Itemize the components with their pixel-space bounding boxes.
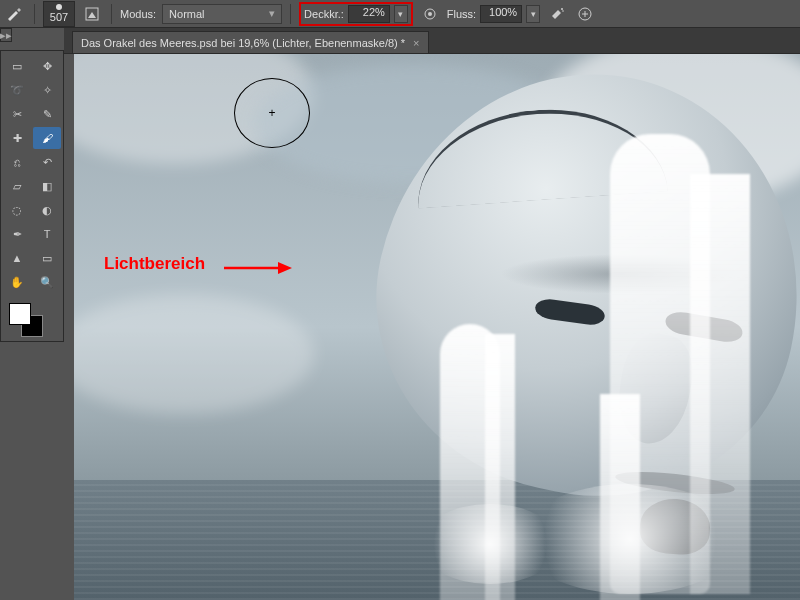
tool-move[interactable]: ✥	[33, 55, 61, 77]
tool-hand[interactable]: ✋	[3, 271, 31, 293]
tool-healing-brush[interactable]: ✚	[3, 127, 31, 149]
annotation-label: Lichtbereich	[104, 254, 205, 274]
tool-dodge[interactable]: ◐	[33, 199, 61, 221]
tool-lasso[interactable]: ➰	[3, 79, 31, 101]
foreground-color-swatch[interactable]	[9, 303, 31, 325]
tool-clone-stamp[interactable]: ⎌	[3, 151, 31, 173]
flow-label: Fluss:	[447, 8, 476, 20]
options-bar: 507 Modus: Normal Deckkr.: 22% ▾ Fluss: …	[0, 0, 800, 28]
airbrush-icon[interactable]	[546, 3, 568, 25]
panel-collapse-toggle[interactable]: ▸▸	[0, 28, 12, 42]
tool-history-brush[interactable]: ↶	[33, 151, 61, 173]
tool-marquee[interactable]: ▭	[3, 55, 31, 77]
svg-point-2	[428, 12, 432, 16]
blend-mode-select[interactable]: Normal	[162, 4, 282, 24]
tool-brush[interactable]: 🖌	[33, 127, 61, 149]
tool-eraser[interactable]: ▱	[3, 175, 31, 197]
tools-panel: ▭✥➰✧✂✎✚🖌⎌↶▱◧◌◐✒T▲▭✋🔍	[0, 50, 64, 342]
artwork-cloud	[74, 294, 314, 414]
document-title: Das Orakel des Meeres.psd bei 19,6% (Lic…	[81, 37, 405, 49]
brush-preset-picker[interactable]: 507	[43, 1, 75, 27]
svg-point-4	[562, 10, 564, 12]
color-swatches[interactable]	[3, 301, 61, 337]
brush-size: 507	[50, 11, 68, 23]
tool-blur[interactable]: ◌	[3, 199, 31, 221]
tool-eyedropper[interactable]: ✎	[33, 103, 61, 125]
artwork-head	[320, 74, 800, 594]
opacity-group-highlight: Deckkr.: 22% ▾	[299, 2, 413, 26]
svg-point-3	[561, 8, 563, 10]
document-tabbar: Das Orakel des Meeres.psd bei 19,6% (Lic…	[64, 28, 800, 54]
tool-shape[interactable]: ▭	[33, 247, 61, 269]
pressure-size-icon[interactable]	[574, 3, 596, 25]
tool-gradient[interactable]: ◧	[33, 175, 61, 197]
brush-panel-icon[interactable]	[81, 3, 103, 25]
opacity-label: Deckkr.:	[304, 8, 344, 20]
flow-dropdown[interactable]: ▾	[526, 5, 540, 23]
svg-marker-7	[278, 262, 292, 274]
canvas-viewport[interactable]: Lichtbereich	[74, 54, 800, 600]
tool-crop[interactable]: ✂	[3, 103, 31, 125]
brush-cursor	[234, 78, 310, 148]
tool-type[interactable]: T	[33, 223, 61, 245]
flow-input[interactable]: 100%	[480, 5, 522, 23]
annotation-arrow-icon	[224, 258, 294, 278]
tool-magic-wand[interactable]: ✧	[33, 79, 61, 101]
pressure-opacity-icon[interactable]	[419, 3, 441, 25]
opacity-dropdown[interactable]: ▾	[394, 5, 408, 23]
mode-label: Modus:	[120, 8, 156, 20]
tool-zoom[interactable]: 🔍	[33, 271, 61, 293]
tool-pen[interactable]: ✒	[3, 223, 31, 245]
current-tool-icon	[4, 3, 26, 25]
document-tab[interactable]: Das Orakel des Meeres.psd bei 19,6% (Lic…	[72, 31, 429, 53]
close-icon[interactable]: ×	[413, 37, 419, 49]
flow-group: Fluss: 100% ▾	[447, 5, 540, 23]
opacity-input[interactable]: 22%	[348, 5, 390, 23]
tool-path-select[interactable]: ▲	[3, 247, 31, 269]
